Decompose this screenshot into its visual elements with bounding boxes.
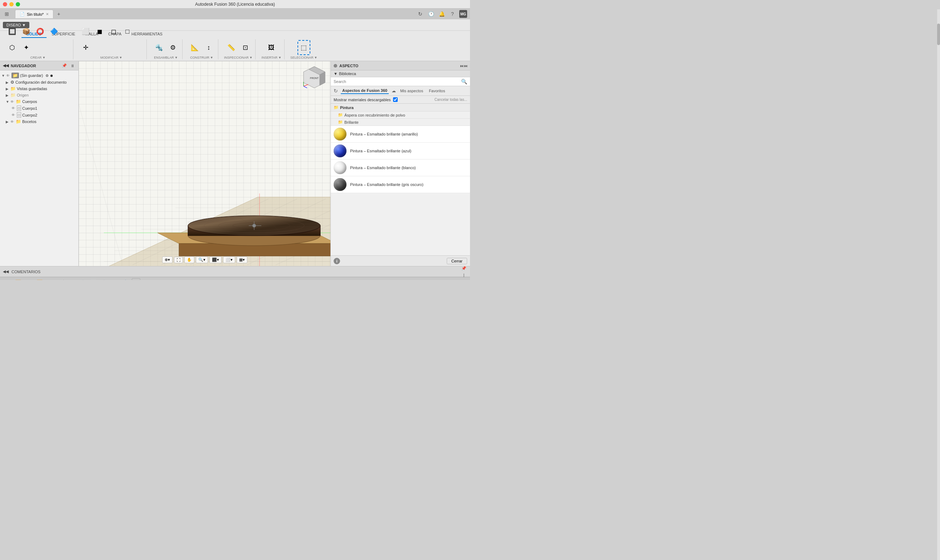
press-pull-button[interactable]: ⬜ bbox=[79, 24, 92, 39]
cuerpo2-eye-icon[interactable]: 👁 bbox=[11, 113, 16, 117]
new-tab-button[interactable]: + bbox=[55, 10, 63, 18]
pencil-button[interactable]: ✏ bbox=[110, 278, 119, 280]
subcategory-brillante[interactable]: 📁 Brillante bbox=[331, 119, 470, 126]
display-mode-button[interactable]: ⬛▾ bbox=[209, 256, 222, 263]
nav-collapse-icon[interactable]: ◀◀ bbox=[3, 63, 9, 68]
rewind-button[interactable]: ⏪ bbox=[14, 278, 22, 280]
animate-button[interactable]: 🎬 bbox=[57, 278, 65, 280]
nav-settings-icon[interactable]: ⏸ bbox=[69, 63, 76, 69]
downloadable-checkbox[interactable] bbox=[393, 97, 398, 102]
new-component-button[interactable]: 🔲 bbox=[6, 24, 19, 39]
nav-cube[interactable]: FRONT bbox=[302, 65, 327, 90]
biblioteca-section[interactable]: ▼ Biblioteca bbox=[331, 71, 470, 77]
refresh-icon[interactable]: ↻ bbox=[416, 10, 424, 18]
revolve-button[interactable]: ⭕ bbox=[34, 24, 46, 39]
tab-favoritos[interactable]: Favoritos bbox=[428, 88, 446, 94]
bocetos-eye-icon[interactable]: 👁 bbox=[10, 120, 15, 124]
material-amarillo[interactable]: Pintura – Esmaltado brillante (amarillo) bbox=[331, 126, 470, 143]
play-button[interactable]: ▶ bbox=[24, 278, 33, 280]
pattern-button[interactable]: ✦ bbox=[20, 40, 32, 55]
refresh-icon[interactable]: ↻ bbox=[333, 88, 338, 94]
sweep-button[interactable]: 🔷 bbox=[48, 24, 60, 39]
shape-button[interactable]: 🔷 bbox=[121, 278, 130, 280]
press-pull-icon: ⬜ bbox=[82, 28, 90, 35]
fast-forward-button[interactable]: ⏩ bbox=[35, 278, 44, 280]
select-button[interactable]: ⬚ bbox=[298, 40, 310, 55]
search-icon[interactable]: 🔍 bbox=[461, 78, 467, 85]
nav-pin-icon[interactable]: 📌 bbox=[61, 63, 68, 69]
maximize-button[interactable] bbox=[16, 2, 20, 6]
home-view-button[interactable]: ⊕▾ bbox=[162, 256, 173, 263]
material-azul[interactable]: Pintura – Esmaltado brillante (azul) bbox=[331, 143, 470, 160]
user-avatar[interactable]: MG bbox=[459, 10, 467, 18]
timer-button[interactable]: ⏱ bbox=[132, 278, 140, 280]
ensamblar-inner: 🔩 ⚙ ENSAMBLAR ▼ bbox=[153, 40, 179, 59]
section-button[interactable]: ⊡ bbox=[239, 40, 252, 55]
tree-item-root[interactable]: ▼ 👁 📁 (Sin guardar) ⚙ ⏺ bbox=[0, 72, 79, 79]
viewport[interactable]: FRONT ⊕▾ ⛶ ✋ 🔍▾ ⬛▾ ⬜▾ ▦▾ bbox=[79, 61, 330, 266]
skip-end-button[interactable]: ⏭ bbox=[46, 278, 54, 280]
extrude-button[interactable]: 📦 bbox=[20, 24, 32, 39]
cancel-label[interactable]: Cancelar todas las... bbox=[435, 98, 467, 102]
material-gris-oscuro[interactable]: Pintura – Esmaltado brillante (gris oscu… bbox=[331, 176, 470, 193]
move-button[interactable]: ✛ bbox=[79, 40, 92, 55]
joint-button[interactable]: 🔩 bbox=[153, 40, 165, 55]
material-blanco[interactable]: Pintura – Esmaltado brillante (blanco) bbox=[331, 160, 470, 176]
loft-button[interactable]: ⬡ bbox=[6, 40, 19, 55]
shell-button[interactable]: □ bbox=[121, 24, 134, 39]
help-icon[interactable]: ? bbox=[449, 10, 456, 18]
root-eye-icon[interactable]: 👁 bbox=[6, 74, 10, 78]
info-icon[interactable]: i bbox=[333, 258, 340, 264]
audio-button[interactable]: 🔊 bbox=[78, 278, 86, 280]
clock-icon[interactable]: 🕐 bbox=[427, 10, 435, 18]
bottom-bar-expand-icon[interactable]: | bbox=[461, 272, 467, 278]
skip-start-button[interactable]: ⏮ bbox=[3, 278, 11, 280]
tab-mis-aspectos[interactable]: Mis aspectos bbox=[399, 88, 424, 94]
insertar-icons: 🖼 bbox=[265, 40, 278, 55]
fit-view-button[interactable]: ⛶ bbox=[174, 257, 183, 263]
joint2-button[interactable]: ⚙ bbox=[167, 40, 179, 55]
cuerpos-eye-icon[interactable]: 👁 bbox=[10, 100, 15, 104]
tree-item-vistas[interactable]: ▶ 📁 Vistas guardadas bbox=[0, 85, 79, 92]
clipboard-button[interactable]: 📋 bbox=[99, 278, 108, 280]
close-button[interactable] bbox=[3, 2, 7, 6]
pan-button[interactable]: ✋ bbox=[184, 256, 194, 263]
zoom-button[interactable]: 🔍▾ bbox=[196, 256, 208, 263]
minimize-button[interactable] bbox=[9, 2, 14, 6]
search-input[interactable] bbox=[333, 79, 460, 84]
apps-button[interactable]: ⊞ bbox=[3, 10, 11, 18]
environment-button[interactable]: ▦▾ bbox=[237, 256, 247, 263]
tree-item-origen[interactable]: ▶ 📁 Origen bbox=[0, 92, 79, 98]
subcategory-aspera[interactable]: 📁 Áspera con recubrimiento de polvo bbox=[331, 112, 470, 119]
notification-icon[interactable]: 🔔 bbox=[438, 10, 446, 18]
chamfer-button[interactable]: ◻ bbox=[107, 24, 120, 39]
axis-button[interactable]: ↕ bbox=[202, 40, 215, 55]
measure-button[interactable]: 📏 bbox=[225, 40, 238, 55]
aspect-tabs-row: ↻ Aspectos de Fusion 360 ☁ Mis aspectos … bbox=[331, 86, 470, 96]
navigator-panel: ◀◀ NAVEGADOR 📌 ⏸ ▼ 👁 📁 (Sin guardar) ⚙ ⏺… bbox=[0, 61, 79, 266]
cuerpo1-eye-icon[interactable]: 👁 bbox=[11, 106, 16, 110]
close-button[interactable]: Cerrar bbox=[447, 258, 467, 264]
insert-button[interactable]: 🖼 bbox=[265, 40, 278, 55]
fillet-button[interactable]: ◼ bbox=[93, 24, 106, 39]
loft-icon: ⬡ bbox=[9, 44, 15, 51]
svg-line-28 bbox=[304, 85, 308, 86]
tree-item-cuerpo2[interactable]: 👁 □ Cuerpo2 bbox=[0, 112, 79, 118]
cuerpos-folder-icon: 📁 bbox=[16, 99, 21, 104]
main-tab[interactable]: 📄 Sin título* ✕ bbox=[15, 10, 53, 18]
tab-fusion-aspectos[interactable]: Aspectos de Fusion 360 bbox=[341, 88, 389, 94]
aspect-expand-icon[interactable]: ⏭⏭ bbox=[461, 63, 467, 69]
bottom-bar-pin-icon[interactable]: 📌 bbox=[461, 265, 467, 272]
chart-button[interactable]: 📊 bbox=[89, 278, 97, 280]
camera-button[interactable]: 📷 bbox=[67, 278, 76, 280]
tree-item-cuerpo1[interactable]: 👁 □ Cuerpo1 bbox=[0, 105, 79, 112]
category-pintura[interactable]: 📁 Pintura bbox=[331, 104, 470, 112]
toolbar-top: DISEñO ▼ bbox=[0, 19, 470, 31]
settings-button[interactable]: ⚙ bbox=[458, 278, 467, 280]
visual-style-button[interactable]: ⬜▾ bbox=[223, 256, 235, 263]
tree-item-config[interactable]: ▶ ⚙ Configuración del documento bbox=[0, 79, 79, 85]
tree-item-bocetos[interactable]: ▶ 👁 📁 Bocetos bbox=[0, 118, 79, 125]
tab-close-icon[interactable]: ✕ bbox=[46, 12, 49, 16]
plane-button[interactable]: 📐 bbox=[188, 40, 201, 55]
tree-item-cuerpos[interactable]: ▼ 👁 📁 Cuerpos bbox=[0, 98, 79, 105]
